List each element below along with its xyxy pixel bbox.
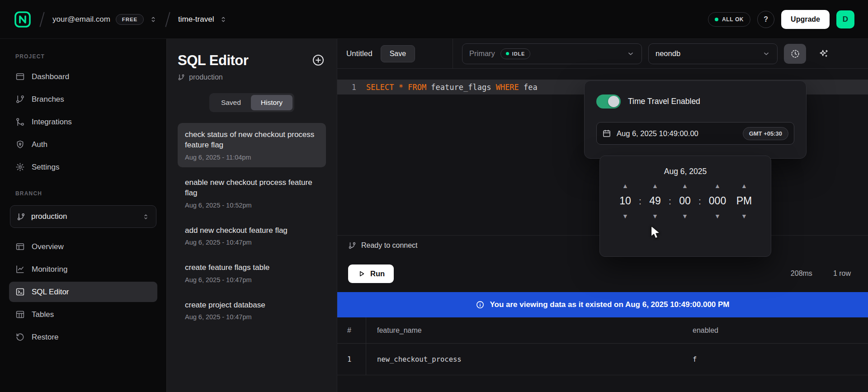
history-item-date: Aug 6, 2025 - 10:52pm — [185, 202, 319, 209]
meridiem-down-button[interactable]: ▼ — [739, 211, 749, 221]
plus-circle-icon — [311, 53, 325, 67]
git-branch-icon — [178, 74, 185, 81]
branch-selector[interactable]: production — [10, 205, 156, 228]
meridiem-up-button[interactable]: ▲ — [739, 181, 749, 191]
mouse-cursor — [650, 225, 662, 239]
second-up-button[interactable]: ▲ — [680, 181, 690, 191]
sidebar-item-dashboard[interactable]: Dashboard — [9, 66, 157, 87]
run-button[interactable]: Run — [348, 264, 394, 283]
panel-title: SQL Editor — [178, 52, 248, 69]
sidebar-item-label: Monitoring — [32, 265, 67, 274]
history-item-title: add new checkout feature flag — [185, 225, 319, 236]
sql-token — [403, 83, 408, 92]
history-item[interactable]: check status of new checkout process fea… — [178, 123, 326, 167]
history-item-title: enable new checkout process feature flag — [185, 177, 319, 198]
query-row-count: 1 row — [833, 269, 851, 278]
top-header: your@email.com FREE time-travel ALL OK ?… — [0, 0, 868, 39]
restore-history-icon — [15, 332, 25, 342]
query-duration: 208ms — [791, 269, 812, 278]
new-query-button[interactable] — [311, 52, 326, 68]
sparkles-icon — [819, 49, 829, 59]
datetime-input[interactable]: Aug 6, 2025 10:49:00.00 GMT +05:30 — [596, 122, 794, 145]
sidebar-item-label: Restore — [32, 333, 59, 342]
history-item[interactable]: create feature flags table Aug 6, 2025 -… — [178, 256, 326, 289]
chevron-updown-icon — [142, 213, 150, 221]
git-branch-icon — [15, 94, 25, 104]
avatar[interactable]: D — [836, 10, 854, 28]
save-button[interactable]: Save — [381, 45, 415, 62]
sql-editor-content[interactable]: SELECT * FROM feature_flags WHERE fea — [366, 83, 538, 92]
hour-down-button[interactable]: ▼ — [620, 211, 630, 221]
cell-index: 1 — [337, 344, 366, 375]
status-badge[interactable]: ALL OK — [708, 12, 750, 27]
sql-token: SELECT — [366, 83, 394, 92]
calendar-icon — [602, 129, 611, 138]
sidebar-item-restore[interactable]: Restore — [9, 327, 157, 347]
sidebar-item-sql-editor[interactable]: SQL Editor — [9, 282, 157, 302]
ai-assist-button[interactable] — [812, 44, 835, 64]
chart-icon — [15, 264, 25, 274]
sidebar-item-settings[interactable]: Settings — [9, 157, 157, 177]
avatar-initial: D — [843, 15, 848, 24]
minute-up-button[interactable]: ▲ — [650, 181, 660, 191]
meridiem-value: PM — [736, 195, 752, 207]
minute-value: 49 — [649, 195, 661, 207]
history-item[interactable]: enable new checkout process feature flag… — [178, 171, 326, 215]
meridiem-stepper: ▲ PM ▼ — [732, 181, 756, 221]
sql-editor-icon — [15, 287, 25, 297]
compute-status-badge: IDLE — [500, 48, 530, 59]
integrations-icon — [15, 117, 25, 127]
history-item[interactable]: add new checkout feature flag Aug 6, 202… — [178, 219, 326, 252]
cell-enabled: f — [682, 344, 868, 375]
branch-selector-value: production — [31, 212, 67, 221]
compute-selector[interactable]: Primary IDLE — [462, 43, 642, 64]
neon-logo[interactable] — [14, 10, 32, 28]
chevron-down-icon — [627, 50, 635, 58]
history-item-date: Aug 6, 2025 - 10:47pm — [185, 276, 319, 283]
status-dot-icon — [506, 52, 509, 55]
chevron-updown-icon[interactable] — [149, 15, 157, 24]
tab-history[interactable]: History — [251, 95, 292, 110]
millisecond-up-button[interactable]: ▲ — [712, 181, 722, 191]
chevron-updown-icon[interactable] — [219, 15, 227, 24]
second-stepper: ▲ 00 ▼ — [675, 181, 695, 221]
upgrade-button[interactable]: Upgrade — [781, 10, 830, 29]
play-icon — [357, 269, 366, 278]
sidebar-item-label: Dashboard — [32, 72, 69, 81]
sidebar-item-branches[interactable]: Branches — [9, 89, 157, 109]
gear-icon — [15, 162, 25, 172]
line-number: 1 — [337, 83, 366, 92]
time-travel-popover: Time Travel Enabled Aug 6, 2025 10:49:00… — [584, 80, 807, 159]
millisecond-down-button[interactable]: ▼ — [712, 211, 722, 221]
breadcrumb-separator — [39, 12, 45, 27]
time-travel-toggle[interactable] — [596, 94, 621, 109]
sidebar-section-branch: BRANCH — [9, 187, 157, 201]
history-item-title: create project database — [185, 300, 319, 310]
toggle-knob — [608, 96, 619, 107]
column-header-enabled: enabled — [682, 317, 868, 343]
breadcrumb-account[interactable]: your@email.com FREE — [52, 14, 157, 25]
account-email: your@email.com — [52, 15, 110, 24]
project-name: time-travel — [178, 15, 214, 24]
history-item[interactable]: create project database Aug 6, 2025 - 10… — [178, 293, 326, 327]
time-travel-toggle-label: Time Travel Enabled — [628, 97, 700, 106]
sql-token: FROM — [408, 83, 426, 92]
help-button[interactable]: ? — [757, 11, 774, 28]
sidebar-item-label: SQL Editor — [32, 288, 69, 297]
time-travel-button[interactable] — [784, 44, 806, 64]
minute-down-button[interactable]: ▼ — [650, 211, 660, 221]
sidebar-item-monitoring[interactable]: Monitoring — [9, 259, 157, 279]
sidebar-item-auth[interactable]: Auth — [9, 134, 157, 155]
history-item-date: Aug 6, 2025 - 10:47pm — [185, 313, 319, 321]
dashboard-icon — [15, 72, 25, 81]
history-item-date: Aug 6, 2025 - 10:47pm — [185, 239, 319, 246]
database-selector[interactable]: neondb — [648, 43, 778, 64]
second-down-button[interactable]: ▼ — [680, 211, 690, 221]
sidebar-item-overview[interactable]: Overview — [9, 236, 157, 257]
breadcrumb-project[interactable]: time-travel — [178, 15, 227, 24]
colon-separator: : — [697, 196, 703, 207]
hour-up-button[interactable]: ▲ — [620, 181, 630, 191]
tab-saved[interactable]: Saved — [211, 95, 251, 110]
sidebar-item-tables[interactable]: Tables — [9, 304, 157, 325]
sidebar-item-integrations[interactable]: Integrations — [9, 112, 157, 132]
